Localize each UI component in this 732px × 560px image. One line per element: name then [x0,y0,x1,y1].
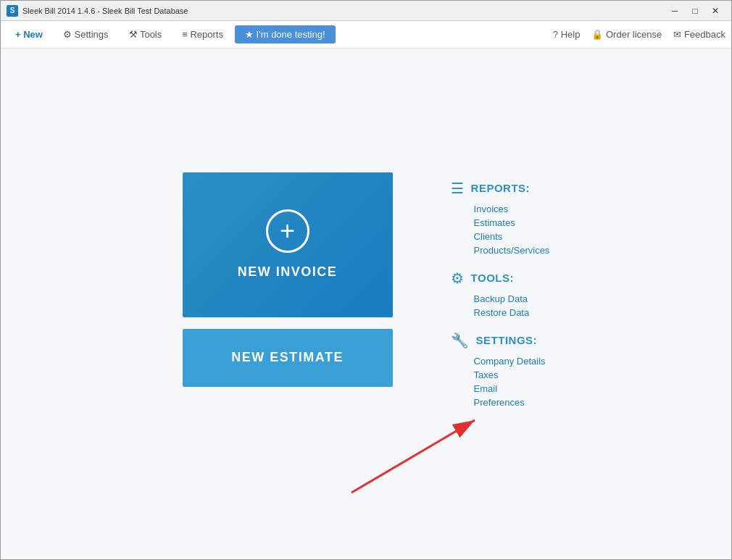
action-buttons: + NEW INVOICE NEW ESTIMATE [183,172,393,387]
reports-links: Invoices Estimates Clients Products/Serv… [451,203,550,256]
company-details-link[interactable]: Company Details [474,355,550,367]
title-bar-controls: ─ □ ✕ [665,4,725,18]
tools-header: ⚙ TOOLS: [451,269,550,287]
close-button[interactable]: ✕ [705,4,725,18]
tools-menu-item[interactable]: ⚒ Tools [120,25,171,44]
tools-links: Backup Data Restore Data [451,293,550,319]
settings-icon: 🔧 [451,332,469,349]
annotation-arrow [308,398,511,503]
reports-title: REPORTS: [471,182,531,194]
settings-links: Company Details Taxes Email Preferences [451,355,550,409]
tools-title: TOOLS: [471,272,514,284]
preferences-link[interactable]: Preferences [474,396,550,409]
reports-products-link[interactable]: Products/Services [474,244,550,256]
window-title: Sleek Bill 2014 1.4.6 - Sleek Bill Test … [22,7,188,15]
taxes-link[interactable]: Taxes [474,369,550,381]
reports-estimates-link[interactable]: Estimates [474,217,550,229]
svg-line-1 [352,420,475,493]
new-menu-item[interactable]: + New [7,25,51,44]
reports-menu-item[interactable]: ≡ Reports [173,25,232,44]
menu-bar-right: ? Help 🔒 Order license ✉ Feedback [553,29,725,40]
minimize-button[interactable]: ─ [665,4,685,18]
new-estimate-button[interactable]: NEW ESTIMATE [183,329,393,387]
feedback-link[interactable]: ✉ Feedback [673,29,725,40]
new-invoice-label: NEW INVOICE [238,264,338,280]
title-bar-left: S Sleek Bill 2014 1.4.6 - Sleek Bill Tes… [7,5,188,17]
restore-data-link[interactable]: Restore Data [474,306,550,319]
maximize-button[interactable]: □ [685,4,705,18]
reports-clients-link[interactable]: Clients [474,230,550,243]
done-testing-button[interactable]: ★ I'm done testing! [235,25,336,43]
arrow-svg [308,398,511,500]
settings-title: SETTINGS: [476,334,538,346]
main-content: + NEW INVOICE NEW ESTIMATE ☰ REPORTS: In… [1,49,731,560]
email-link[interactable]: Email [474,383,550,395]
reports-header: ☰ REPORTS: [451,180,550,197]
menu-bar-left: + New ⚙ Settings ⚒ Tools ≡ Reports ★ I'm… [7,25,336,44]
plus-circle-icon: + [266,209,309,253]
reports-invoices-link[interactable]: Invoices [474,203,550,215]
menu-bar: + New ⚙ Settings ⚒ Tools ≡ Reports ★ I'm… [1,21,731,49]
settings-header: 🔧 SETTINGS: [451,332,550,349]
order-license-link[interactable]: 🔒 Order license [591,29,662,40]
reports-section: ☰ REPORTS: Invoices Estimates Clients Pr… [451,180,550,256]
tools-icon: ⚙ [451,269,464,287]
new-estimate-label: NEW ESTIMATE [231,350,344,365]
settings-section: 🔧 SETTINGS: Company Details Taxes Email … [451,332,550,409]
right-panel: ☰ REPORTS: Invoices Estimates Clients Pr… [451,172,550,409]
title-bar: S Sleek Bill 2014 1.4.6 - Sleek Bill Tes… [1,1,731,21]
new-invoice-button[interactable]: + NEW INVOICE [183,172,393,317]
reports-icon: ☰ [451,180,464,197]
help-link[interactable]: ? Help [553,29,581,40]
settings-menu-item[interactable]: ⚙ Settings [54,25,117,44]
center-layout: + NEW INVOICE NEW ESTIMATE ☰ REPORTS: In… [183,172,550,409]
backup-data-link[interactable]: Backup Data [474,293,550,305]
app-icon: S [7,5,18,17]
tools-section: ⚙ TOOLS: Backup Data Restore Data [451,269,550,319]
